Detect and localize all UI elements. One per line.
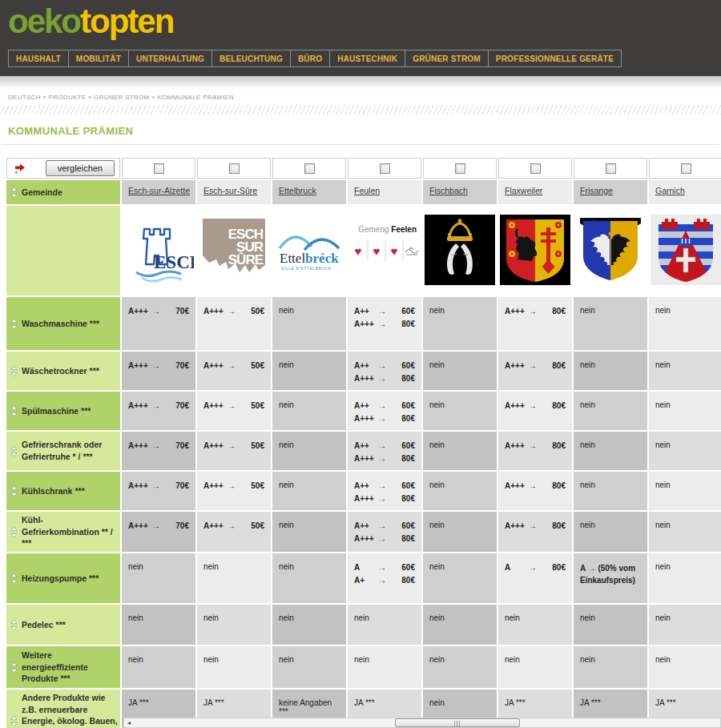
value-cell: nein <box>197 646 271 688</box>
value-text: nein <box>580 481 595 489</box>
nav-item-beleuchtung[interactable]: BELEUCHTUNG <box>211 50 290 66</box>
value-text: nein <box>279 562 294 571</box>
column-link-garnich[interactable]: Garnich <box>655 186 685 195</box>
value-cell: A+++→50€ <box>197 392 271 430</box>
checkbox-cell-fischbach <box>423 158 497 179</box>
compare-checkbox-frisange[interactable] <box>606 163 616 174</box>
nav-item-haushalt[interactable]: HAUSHALT <box>9 50 68 66</box>
value-text: nein <box>128 655 143 664</box>
premium-line: A+++→80€ <box>354 534 417 543</box>
value-text: nein <box>203 613 219 622</box>
column-link-flaxweiler[interactable]: Flaxweiler <box>505 186 542 195</box>
logo-text-yellow: topten <box>80 2 173 40</box>
value-text: nein <box>279 521 294 529</box>
value-cell: A++→60€A+++→80€ <box>348 297 421 350</box>
compare-checkbox-feulen[interactable] <box>380 163 390 174</box>
premium-line: A+→80€ <box>354 576 417 585</box>
value-text: nein <box>429 698 445 707</box>
value-cell: A+++→50€ <box>197 472 271 510</box>
breadcrumb[interactable]: DEUTSCH » PRODUKTE » GRÜNER STROM » KOMM… <box>8 94 721 101</box>
row-label-kühlschrank: Kühlschrank *** <box>6 472 120 510</box>
value-cell: nein <box>423 297 497 350</box>
table-row: Gefrierschrank oder Gefriertruhe * / ***… <box>6 432 721 470</box>
column-link-frisange[interactable]: Frisange <box>580 186 613 195</box>
scrollbar-thumb[interactable] <box>395 718 520 727</box>
value-cell: nein <box>423 553 497 603</box>
sort-icon[interactable] <box>10 405 18 417</box>
row-label-wäschetrockner: Wäschetrockner *** <box>6 352 120 390</box>
sort-icon[interactable] <box>10 187 18 199</box>
checkbox-cell-esch-sur-sûre <box>197 158 271 179</box>
premium-line: A+++→50€ <box>203 401 267 410</box>
compare-checkbox-garnich[interactable] <box>681 163 691 174</box>
value-text: nein <box>429 562 445 571</box>
scroll-left-arrow[interactable]: ◄ <box>125 718 133 727</box>
value-text: nein <box>655 481 671 489</box>
column-link-ettelbruck[interactable]: Ettelbruck <box>279 186 316 195</box>
column-header-ettelbruck: Ettelbruck <box>272 180 346 204</box>
row-label-gemeinde: Gemeinde <box>6 180 120 204</box>
nav-item-unterhaltung[interactable]: UNTERHALTUNG <box>128 50 211 66</box>
sort-icon[interactable] <box>10 526 18 538</box>
value-cell: nein <box>272 432 346 470</box>
value-cell: A+++→70€ <box>122 392 195 430</box>
premium-line: A+++→80€ <box>354 374 417 383</box>
value-cell: nein <box>498 605 572 645</box>
value-cell: nein <box>348 646 421 688</box>
value-cell: nein <box>574 352 647 390</box>
row-label-gefrierschrank: Gefrierschrank oder Gefriertruhe * / *** <box>6 432 120 470</box>
sort-icon[interactable] <box>10 715 18 727</box>
value-text: nein <box>580 360 595 369</box>
nav-item-grüner-strom[interactable]: GRÜNER STROM <box>405 50 488 66</box>
compare-checkbox-fischbach[interactable] <box>455 163 465 174</box>
value-text: nein <box>429 613 445 622</box>
compare-button[interactable]: vergleichen <box>46 160 115 176</box>
sort-icon[interactable] <box>10 619 18 631</box>
value-cell: nein <box>574 605 647 645</box>
value-cell: nein <box>649 553 721 603</box>
column-link-fischbach[interactable]: Fischbach <box>429 186 468 195</box>
value-cell: A → (50% vom Einkaufspreis) <box>574 553 647 603</box>
row-label-waschmaschine: Waschmaschine *** <box>6 297 120 350</box>
value-text: nein <box>203 655 219 664</box>
premium-line: A++→60€ <box>354 441 417 450</box>
sort-icon[interactable] <box>10 365 18 377</box>
value-cell: nein <box>423 392 497 430</box>
sort-icon[interactable] <box>10 445 18 457</box>
svg-text:Gemeng Feelen: Gemeng Feelen <box>358 225 417 234</box>
nav-item-professionnelle-geräte[interactable]: PROFESSIONNELLE GERÄTE <box>488 50 621 66</box>
value-text: nein <box>279 400 294 409</box>
column-link-esch-sur-alzette[interactable]: Esch-sur-Alzette <box>128 186 190 195</box>
value-cell: A+++→70€ <box>122 352 195 390</box>
nav-item-büro[interactable]: BÜRO <box>290 50 329 66</box>
compare-checkbox-flaxweiler[interactable] <box>530 163 541 174</box>
compare-checkbox-ettelbruck[interactable] <box>304 163 315 174</box>
row-label-pedelec: Pedelec *** <box>6 605 120 645</box>
compare-checkbox-esch-sur-alzette[interactable] <box>154 163 164 174</box>
value-cell: nein <box>122 553 195 603</box>
sort-icon[interactable] <box>10 662 18 674</box>
value-cell: A+++→70€ <box>122 512 195 552</box>
sort-icon[interactable] <box>10 318 18 330</box>
oekotopten-logo[interactable]: oekotopten <box>8 3 173 40</box>
checkbox-cell-flaxweiler <box>498 158 572 179</box>
flaxweiler-logo <box>500 215 570 285</box>
table-row: Waschmaschine ***A+++→70€A+++→50€neinA++… <box>6 297 721 350</box>
row-label-text: Kühl-Gefrierkombination ** / *** <box>22 514 118 549</box>
sort-icon[interactable] <box>10 485 18 497</box>
horizontal-scrollbar[interactable]: ◄ <box>123 718 721 728</box>
value-cell: nein <box>574 432 647 470</box>
scrollbar-grip <box>454 721 461 726</box>
column-link-esch-sur-sûre[interactable]: Esch-sur-Sûre <box>203 186 257 195</box>
nav-item-mobilität[interactable]: MOBILITÄT <box>68 50 128 66</box>
value-cell: A+++→70€ <box>122 432 195 470</box>
sort-icon[interactable] <box>10 573 18 585</box>
column-header-esch-sur-sûre: Esch-sur-Sûre <box>197 180 271 204</box>
compare-checkbox-esch-sur-sûre[interactable] <box>229 163 240 174</box>
nav-item-haustechnik[interactable]: HAUSTECHNIK <box>329 50 405 66</box>
column-link-feulen[interactable]: Feulen <box>354 186 380 195</box>
site-header: oekotopten HAUSHALTMOBILITÄTUNTERHALTUNG… <box>0 0 721 76</box>
value-text: nein <box>128 562 143 571</box>
value-text: nein <box>429 481 445 489</box>
value-cell: nein <box>423 472 497 510</box>
